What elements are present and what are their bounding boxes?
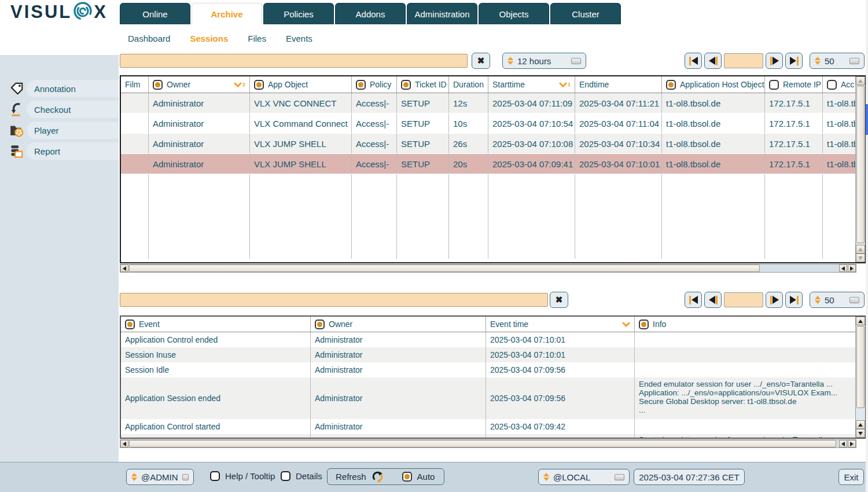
events-next-page-button[interactable] (766, 292, 783, 308)
time-range-select[interactable]: 12 hours (502, 53, 586, 69)
scroll-up-button[interactable] (856, 420, 865, 429)
filter-active-icon[interactable] (153, 80, 163, 90)
tab-policies[interactable]: Policies (263, 3, 334, 24)
sessions-prev-page-button[interactable] (704, 53, 722, 69)
events-vertical-scrollbar[interactable] (855, 317, 865, 438)
event-row[interactable]: Session Inuse Administrator 2025-03-04 0… (121, 347, 855, 362)
annotation-button[interactable]: Annotation (27, 80, 119, 97)
sessions-filter-input[interactable] (120, 54, 468, 68)
column-header-application-host-object[interactable]: Application Host Object (662, 76, 765, 93)
filter-active-icon[interactable] (254, 80, 264, 90)
report-button[interactable]: Report (27, 142, 119, 160)
scroll-left-button[interactable] (120, 440, 128, 447)
events-horizontal-scrollbar[interactable] (120, 439, 856, 448)
subnav-sessions[interactable]: Sessions (186, 32, 231, 45)
event-row[interactable]: Session Idle Administrator 2025-03-04 07… (121, 362, 855, 377)
scroll-right-button[interactable] (848, 265, 856, 272)
column-header-owner[interactable]: Owner 2 (149, 76, 250, 93)
event-row[interactable]: Application Control started Administrato… (121, 419, 855, 434)
scroll-left-button[interactable] (839, 265, 847, 272)
sessions-last-page-button[interactable] (785, 53, 803, 69)
events-page-size-select[interactable]: 50 (810, 292, 865, 308)
events-page-input[interactable] (724, 292, 763, 307)
column-header-film[interactable]: Film (121, 76, 149, 93)
column-header-access-host[interactable]: Acc (823, 76, 855, 93)
scroll-up-button[interactable] (856, 76, 865, 85)
sessions-page-size-select[interactable]: 50 (810, 53, 865, 69)
scroll-right-button[interactable] (848, 440, 856, 447)
select-mini-button[interactable] (849, 58, 859, 64)
tab-cluster[interactable]: Cluster (550, 3, 621, 24)
page-scrollbar-thumb[interactable] (866, 104, 868, 135)
column-header-event[interactable]: Event (121, 317, 311, 332)
sort-desc-icon[interactable]: 2 (234, 82, 245, 87)
event-row[interactable]: Application Session ended Administrator … (121, 377, 855, 419)
sessions-first-page-button[interactable] (685, 53, 702, 69)
scrollbar-thumb[interactable] (129, 440, 836, 447)
event-row[interactable]: Application Control ended Administrator … (121, 332, 855, 347)
tab-administration[interactable]: Administration (407, 3, 477, 24)
events-clear-filter-button[interactable]: ✖ (550, 292, 568, 308)
subnav-events[interactable]: Events (282, 32, 316, 45)
session-row[interactable]: Administrator VLX VNC CONNECT Access|- S… (121, 93, 855, 113)
select-mini-button[interactable] (182, 474, 189, 480)
column-header-info[interactable]: Info (635, 317, 855, 332)
scroll-down-button[interactable] (856, 429, 865, 438)
local-scope-select[interactable]: @LOCAL (538, 469, 630, 485)
session-row-selected[interactable]: Administrator VLX JUMP SHELL Access|- SE… (121, 154, 855, 174)
details-checkbox[interactable] (281, 471, 290, 481)
sessions-vertical-scrollbar[interactable] (855, 76, 865, 262)
column-header-starttime[interactable]: Starttime 1 (488, 76, 575, 93)
session-row[interactable]: Administrator VLX JUMP SHELL Access|- SE… (121, 134, 855, 153)
page-scrollbar[interactable] (866, 0, 868, 492)
filter-active-icon[interactable] (356, 80, 366, 90)
sessions-next-page-button[interactable] (766, 53, 783, 69)
filter-active-icon[interactable] (639, 320, 649, 329)
subnav-dashboard[interactable]: Dashboard (124, 32, 174, 45)
sort-desc-icon[interactable]: 1 (559, 82, 571, 87)
filter-active-icon[interactable] (315, 320, 325, 329)
refresh-icon[interactable] (372, 471, 384, 483)
events-first-page-button[interactable] (685, 292, 702, 308)
tab-objects[interactable]: Objects (479, 3, 549, 24)
checkout-button[interactable]: Checkout (27, 101, 119, 118)
column-header-app-object[interactable]: App Object (250, 76, 352, 93)
column-header-policy[interactable]: Policy (352, 76, 397, 93)
events-filter-input[interactable] (120, 293, 548, 307)
select-mini-button[interactable] (571, 58, 581, 64)
sort-desc-icon[interactable] (622, 322, 630, 327)
scrollbar-thumb[interactable] (129, 265, 760, 272)
scrollbar-thumb[interactable] (856, 326, 865, 408)
scroll-left-button[interactable] (120, 265, 128, 272)
column-header-event-time[interactable]: Event time (486, 317, 635, 332)
tab-online[interactable]: Online (120, 3, 190, 24)
column-header-duration[interactable]: Duration (449, 76, 488, 93)
events-last-page-button[interactable] (785, 292, 803, 308)
scroll-up-button[interactable] (856, 245, 865, 254)
filter-empty-icon[interactable] (769, 80, 779, 90)
event-row-partial[interactable]: Started emulator session for user .../_e… (121, 434, 855, 439)
events-prev-page-button[interactable] (704, 292, 722, 308)
refresh-button[interactable]: Refresh (336, 472, 366, 482)
filter-empty-icon[interactable] (827, 80, 837, 90)
sessions-page-input[interactable] (724, 53, 763, 68)
subnav-files[interactable]: Files (244, 32, 270, 45)
auto-refresh-radio[interactable] (402, 472, 412, 482)
admin-scope-select[interactable]: @ADMIN (126, 469, 194, 485)
column-header-endtime[interactable]: Endtime (575, 76, 662, 93)
session-row[interactable]: Administrator VLX Command Connect Access… (121, 113, 855, 133)
filter-active-icon[interactable] (125, 320, 135, 329)
scroll-down-button[interactable] (856, 254, 865, 262)
column-header-ticket-id[interactable]: Ticket ID (397, 76, 449, 93)
tab-archive[interactable]: Archive (192, 3, 262, 24)
scroll-up-button[interactable] (856, 317, 865, 325)
player-button[interactable]: Player (27, 122, 119, 139)
column-header-owner[interactable]: Owner (311, 317, 486, 332)
help-tooltip-checkbox[interactable] (210, 471, 220, 481)
sessions-clear-filter-button[interactable]: ✖ (472, 53, 490, 69)
exit-button[interactable]: Exit (838, 469, 864, 485)
tab-addons[interactable]: Addons (335, 3, 406, 24)
select-mini-button[interactable] (615, 474, 624, 480)
scroll-left-button[interactable] (839, 440, 847, 447)
scrollbar-thumb[interactable] (856, 86, 865, 243)
